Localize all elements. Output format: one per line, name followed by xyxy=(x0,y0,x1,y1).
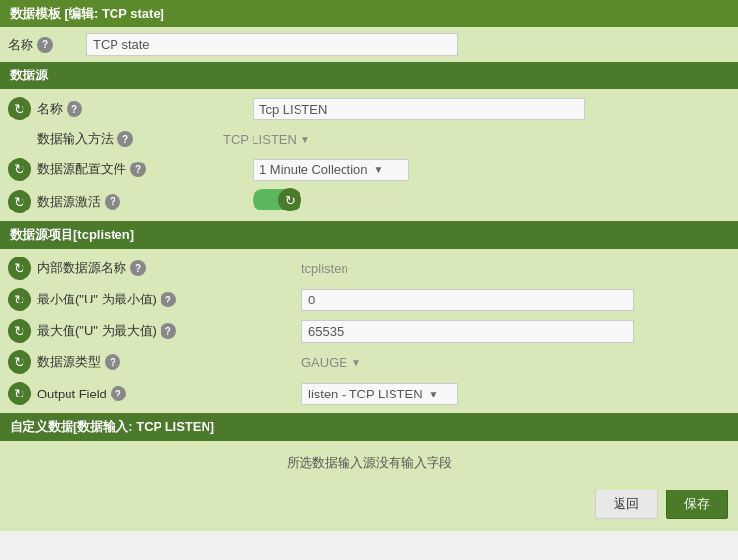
custom-header: 自定义数据[数据输入: TCP LISTEN] xyxy=(0,413,738,441)
ds-activation-text: 数据源激活 xyxy=(37,193,101,210)
di-output-toggle-icon[interactable]: ↻ xyxy=(8,382,31,405)
name-help-icon[interactable]: ? xyxy=(37,37,53,53)
datasource-body: ↻ 名称 ? 数据输入方法 ? TCP LISTEN ▼ ↻ 数据源配置文件 ? xyxy=(0,89,738,221)
back-button[interactable]: 返回 xyxy=(595,490,658,519)
ds-name-help-icon[interactable]: ? xyxy=(67,101,82,117)
ds-config-arrow-icon: ▼ xyxy=(374,164,384,175)
di-min-value xyxy=(301,289,730,311)
ds-activation-value: ↻ xyxy=(253,189,730,213)
ds-config-select[interactable]: 1 Minute Collection ▼ xyxy=(253,159,409,181)
di-internal-text: 内部数据源名称 xyxy=(37,259,126,277)
di-max-input[interactable] xyxy=(301,320,634,343)
di-max-help-icon[interactable]: ? xyxy=(161,323,176,339)
di-max-label: 最大值("U" 为最大值) ? xyxy=(37,322,301,340)
name-text: 名称 xyxy=(8,36,33,54)
di-max-value xyxy=(301,320,730,343)
di-type-label: 数据源类型 ? xyxy=(37,353,301,371)
di-type-text: 数据源类型 xyxy=(37,353,101,371)
di-internal-name-row: ↻ 内部数据源名称 ? tcplisten xyxy=(0,253,738,284)
di-output-select[interactable]: listen - TCP LISTEN ▼ xyxy=(301,383,458,405)
ds-config-select-text: 1 Minute Collection xyxy=(259,163,368,177)
ds-input-method-arrow-icon: ▼ xyxy=(300,134,310,145)
di-output-help-icon[interactable]: ? xyxy=(111,386,126,401)
ds-name-row: ↻ 名称 ? xyxy=(0,93,738,124)
save-button[interactable]: 保存 xyxy=(666,490,728,519)
di-type-value: GAUGE ▼ xyxy=(301,355,730,370)
ds-activation-label: 数据源激活 ? xyxy=(37,193,253,210)
di-max-row: ↻ 最大值("U" 为最大值) ? xyxy=(0,315,738,347)
ds-activation-knob: ↻ xyxy=(278,188,301,211)
dataitem-body: ↻ 内部数据源名称 ? tcplisten ↻ 最小值("U" 为最小值) ? … xyxy=(0,249,738,413)
ds-input-method-value: TCP LISTEN ▼ xyxy=(223,132,730,147)
ds-input-method-select-text: TCP LISTEN xyxy=(223,132,297,147)
ds-name-value xyxy=(253,98,730,120)
di-output-row: ↻ Output Field ? listen - TCP LISTEN ▼ xyxy=(0,378,738,409)
ds-config-value: 1 Minute Collection ▼ xyxy=(253,159,730,181)
ds-config-help-icon[interactable]: ? xyxy=(130,162,146,177)
ds-config-toggle-icon[interactable]: ↻ xyxy=(8,158,31,181)
di-type-select-text: GAUGE xyxy=(301,355,347,370)
di-type-select[interactable]: GAUGE ▼ xyxy=(301,355,361,370)
dataitem-header: 数据源项目[tcplisten] xyxy=(0,221,738,249)
di-output-select-text: listen - TCP LISTEN xyxy=(308,387,423,401)
datasource-header: 数据源 xyxy=(0,62,738,89)
di-min-toggle-icon[interactable]: ↻ xyxy=(8,288,31,311)
di-internal-static: tcplisten xyxy=(301,261,348,276)
ds-activation-toggle[interactable]: ↻ xyxy=(253,189,300,210)
di-type-help-icon[interactable]: ? xyxy=(105,354,120,370)
ds-name-text: 名称 xyxy=(37,100,63,117)
di-max-toggle-icon[interactable]: ↻ xyxy=(8,319,31,343)
ds-activation-help-icon[interactable]: ? xyxy=(105,194,120,210)
di-output-text: Output Field xyxy=(37,387,107,401)
ds-config-text: 数据源配置文件 xyxy=(37,161,126,178)
custom-body: 所选数据输入源没有输入字段 返回 保存 xyxy=(0,441,738,531)
ds-name-toggle-icon[interactable]: ↻ xyxy=(8,97,31,120)
di-min-label: 最小值("U" 为最小值) ? xyxy=(37,291,301,308)
name-input[interactable] xyxy=(86,33,458,56)
di-type-toggle-icon[interactable]: ↻ xyxy=(8,350,31,374)
footer-row: 返回 保存 xyxy=(0,482,738,527)
ds-config-label: 数据源配置文件 ? xyxy=(37,161,253,178)
name-section: 名称 ? xyxy=(0,27,738,62)
di-internal-toggle-icon[interactable]: ↻ xyxy=(8,257,31,280)
di-internal-value: tcplisten xyxy=(301,261,730,276)
di-internal-label: 内部数据源名称 ? xyxy=(37,259,301,277)
custom-empty-message: 所选数据输入源没有输入字段 xyxy=(0,444,738,482)
di-internal-help-icon[interactable]: ? xyxy=(130,260,146,276)
ds-config-file-row: ↻ 数据源配置文件 ? 1 Minute Collection ▼ xyxy=(0,154,738,185)
di-max-text: 最大值("U" 为最大值) xyxy=(37,322,157,340)
di-output-value: listen - TCP LISTEN ▼ xyxy=(301,383,730,405)
ds-activation-toggle-icon[interactable]: ↻ xyxy=(8,190,31,213)
di-min-row: ↻ 最小值("U" 为最小值) ? xyxy=(0,284,738,315)
di-min-help-icon[interactable]: ? xyxy=(161,292,176,307)
page-title: 数据模板 [编辑: TCP state] xyxy=(0,0,738,27)
ds-name-input[interactable] xyxy=(253,98,585,120)
di-type-row: ↻ 数据源类型 ? GAUGE ▼ xyxy=(0,347,738,378)
di-min-input[interactable] xyxy=(301,289,634,311)
ds-input-method-label: 数据输入方法 ? xyxy=(8,130,223,148)
ds-input-method-help-icon[interactable]: ? xyxy=(117,131,133,147)
ds-input-method-text: 数据输入方法 xyxy=(37,130,114,148)
di-output-label: Output Field ? xyxy=(37,386,301,401)
di-min-text: 最小值("U" 为最小值) xyxy=(37,291,157,308)
di-type-arrow-icon: ▼ xyxy=(351,357,361,368)
ds-input-method-row: 数据输入方法 ? TCP LISTEN ▼ xyxy=(0,124,738,154)
ds-activation-row: ↻ 数据源激活 ? ↻ xyxy=(0,185,738,217)
ds-input-method-select[interactable]: TCP LISTEN ▼ xyxy=(223,132,310,147)
ds-name-label: 名称 ? xyxy=(37,100,253,117)
di-output-arrow-icon: ▼ xyxy=(429,389,438,399)
name-label: 名称 ? xyxy=(8,36,86,54)
